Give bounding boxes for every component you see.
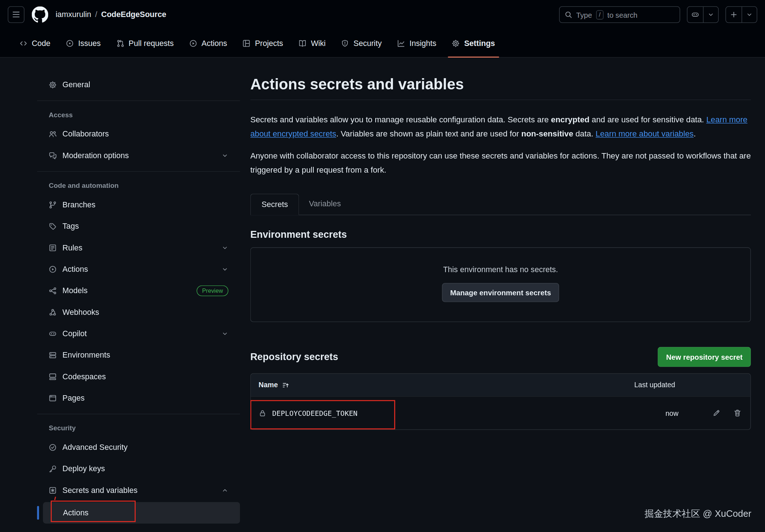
chevron-down-icon — [221, 152, 228, 159]
sidebar-item-environments[interactable]: Environments — [37, 345, 240, 366]
column-header-last-updated: Last updated — [628, 381, 750, 389]
sidebar-item-label: Copilot — [63, 329, 87, 338]
rules-icon — [49, 244, 57, 252]
intro-text: data. — [573, 129, 596, 138]
selected-indicator-bar — [37, 506, 39, 520]
pull-request-icon — [117, 39, 124, 47]
tab-settings[interactable]: Settings — [444, 29, 503, 57]
intro-bold-encrypted: encrypted — [551, 115, 589, 124]
plus-button[interactable] — [726, 7, 741, 22]
sidebar-subitem-wrapper: Actions — [43, 502, 240, 523]
sidebar-item-tags[interactable]: Tags — [37, 216, 240, 237]
sidebar-item-moderation-options[interactable]: Moderation options — [37, 145, 240, 166]
browser-icon — [49, 394, 57, 402]
sidebar-item-collaborators[interactable]: Collaborators — [37, 123, 240, 145]
shield-icon — [341, 39, 349, 47]
sidebar-item-rules[interactable]: Rules — [37, 237, 240, 258]
tab-insights[interactable]: Insights — [389, 29, 444, 57]
tab-security[interactable]: Security — [333, 29, 389, 57]
key-icon — [49, 465, 57, 473]
manage-environment-secrets-button[interactable]: Manage environment secrets — [442, 283, 559, 302]
tab-secrets[interactable]: Secrets — [250, 194, 299, 215]
intro-text: Secrets and variables allow you to manag… — [250, 115, 551, 124]
sidebar-item-label: Branches — [63, 200, 96, 209]
workflow-icon — [49, 287, 57, 295]
fork-note-paragraph: Anyone with collaborator access to this … — [250, 149, 751, 177]
git-branch-icon — [49, 201, 57, 209]
secret-name: DEPLOYCODEEDGE_TOKEN — [272, 409, 357, 417]
intro-paragraph: Secrets and variables allow you to manag… — [250, 113, 751, 141]
tag-icon — [49, 223, 57, 231]
breadcrumb-separator: / — [95, 10, 97, 19]
table-row: DEPLOYCODEEDGE_TOKEN now — [251, 396, 751, 430]
sidebar-item-advanced-security[interactable]: Advanced Security — [37, 437, 240, 458]
play-icon — [49, 265, 57, 273]
tab-label: Code — [32, 39, 51, 47]
new-repository-secret-button[interactable]: New repository secret — [658, 347, 751, 367]
intro-text: and are used for sensitive data. — [589, 115, 706, 124]
issue-opened-icon — [66, 39, 74, 47]
copilot-dropdown-button[interactable] — [703, 7, 718, 22]
global-search-input[interactable]: Type / to search — [559, 7, 680, 23]
book-icon — [299, 39, 307, 47]
copilot-menu-button — [687, 7, 719, 23]
environment-secrets-empty-box: This environment has no secrets. Manage … — [250, 248, 751, 322]
slash-keycap: / — [596, 10, 604, 20]
tab-projects[interactable]: Projects — [235, 29, 291, 57]
breadcrumb: iamxurulin / CodeEdgeSource — [56, 10, 166, 19]
comment-discussion-icon — [49, 152, 57, 160]
tab-variables[interactable]: Variables — [299, 194, 351, 215]
global-header: iamxurulin / CodeEdgeSource Type / to se… — [0, 0, 765, 29]
sidebar-item-label: Deploy keys — [63, 464, 105, 473]
sidebar-item-pages[interactable]: Pages — [37, 387, 240, 409]
breadcrumb-owner-link[interactable]: iamxurulin — [56, 10, 91, 19]
sidebar-section-access: Access — [37, 106, 240, 124]
trash-icon[interactable] — [733, 409, 741, 417]
sidebar-item-branches[interactable]: Branches — [37, 194, 240, 216]
sidebar-item-label: Codespaces — [63, 372, 106, 381]
tab-actions[interactable]: Actions — [182, 29, 235, 57]
chevron-down-icon — [221, 266, 228, 273]
sidebar-subitem-actions[interactable]: Actions — [43, 502, 240, 523]
hamburger-menu-button[interactable] — [8, 7, 25, 23]
repository-secrets-header-row: Repository secrets New repository secret — [250, 346, 751, 367]
graph-icon — [397, 39, 405, 47]
secrets-icon — [49, 486, 57, 494]
sidebar-item-general[interactable]: General — [37, 74, 240, 96]
column-header-name[interactable]: Name — [259, 381, 629, 389]
intro-text: . — [694, 129, 696, 138]
play-icon — [189, 39, 197, 47]
webhook-icon — [49, 308, 57, 316]
settings-layout: General Access Collaborators Moderation … — [0, 58, 765, 524]
create-new-button — [726, 7, 757, 23]
github-logo[interactable] — [31, 6, 49, 24]
sidebar-item-label: Actions — [63, 508, 89, 517]
sidebar-item-models[interactable]: Models Preview — [37, 280, 240, 301]
sidebar-item-actions[interactable]: Actions — [37, 259, 240, 280]
repository-secrets-table: Name Last updated DEPLOYCODEEDGE_TOKEN n… — [250, 373, 751, 430]
tab-wiki[interactable]: Wiki — [291, 29, 334, 57]
sort-ascending-icon — [282, 381, 289, 389]
search-icon — [565, 11, 572, 19]
settings-content: Actions secrets and variables Secrets an… — [250, 74, 751, 524]
tab-pull-requests[interactable]: Pull requests — [109, 29, 182, 57]
pencil-icon[interactable] — [712, 409, 720, 417]
column-label: Name — [259, 381, 278, 389]
copilot-icon — [49, 330, 57, 338]
sidebar-item-secrets-and-variables[interactable]: Secrets and variables — [37, 480, 240, 501]
learn-more-variables-link[interactable]: Learn more about variables — [596, 129, 694, 138]
sidebar-item-copilot[interactable]: Copilot — [37, 323, 240, 345]
settings-sidebar: General Access Collaborators Moderation … — [37, 74, 240, 524]
copilot-button[interactable] — [688, 7, 703, 22]
sidebar-item-label: Pages — [63, 394, 85, 402]
copilot-icon — [691, 11, 699, 19]
sidebar-item-deploy-keys[interactable]: Deploy keys — [37, 458, 240, 480]
intro-text: . Variables are shown as plain text and … — [336, 129, 521, 138]
tab-code[interactable]: Code — [12, 29, 58, 57]
breadcrumb-repo-link[interactable]: CodeEdgeSource — [101, 10, 166, 19]
sidebar-item-codespaces[interactable]: Codespaces — [37, 366, 240, 387]
sidebar-item-webhooks[interactable]: Webhooks — [37, 301, 240, 323]
search-placeholder-post: to search — [607, 10, 637, 19]
plus-dropdown-button[interactable] — [741, 7, 757, 22]
tab-issues[interactable]: Issues — [58, 29, 109, 57]
